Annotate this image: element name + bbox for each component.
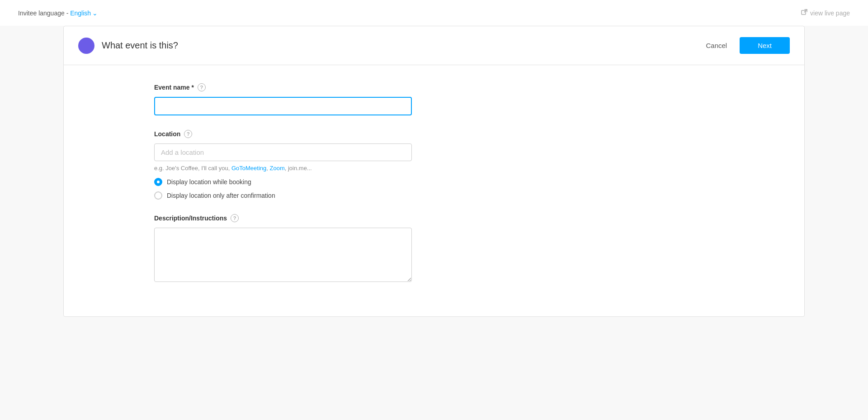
- description-label-text: Description/Instructions: [154, 215, 227, 222]
- location-radio-group: Display location while booking Display l…: [154, 178, 790, 200]
- location-label-text: Location: [154, 130, 180, 138]
- event-name-label-text: Event name *: [154, 84, 194, 91]
- card-header: What event is this? Cancel Next: [64, 26, 804, 65]
- chevron-down-icon: ⌄: [92, 10, 98, 17]
- description-label: Description/Instructions ?: [154, 214, 790, 222]
- location-hint-suffix: , join.me...: [285, 165, 312, 172]
- language-selector[interactable]: English ⌄: [70, 10, 98, 17]
- card-title: What event is this?: [102, 40, 178, 51]
- location-label: Location ?: [154, 130, 790, 138]
- external-link-icon: [801, 9, 807, 17]
- radio-item-after-confirmation[interactable]: Display location only after confirmation: [154, 191, 790, 200]
- radio-while-booking-label: Display location while booking: [167, 178, 251, 186]
- invitee-language-prefix: Invitee language -: [18, 10, 70, 17]
- location-hint-sep: ,: [266, 165, 269, 172]
- cancel-button[interactable]: Cancel: [698, 38, 734, 53]
- next-button[interactable]: Next: [740, 37, 790, 54]
- step-circle-icon: [78, 38, 94, 54]
- event-name-input[interactable]: [154, 97, 412, 115]
- card-body: Event name * ? Location ? e.g. Joe's Cof…: [64, 65, 804, 316]
- card-header-right: Cancel Next: [698, 37, 790, 54]
- location-group: Location ? e.g. Joe's Coffee, I'll call …: [154, 130, 790, 200]
- event-form-card: What event is this? Cancel Next Event na…: [63, 26, 805, 317]
- event-name-label: Event name * ?: [154, 83, 790, 91]
- view-live-page-label: view live page: [810, 10, 850, 17]
- event-name-help-icon[interactable]: ?: [198, 83, 206, 91]
- radio-after-confirmation-label: Display location only after confirmation: [167, 192, 275, 199]
- location-hint-prefix: e.g. Joe's Coffee, I'll call you,: [154, 165, 231, 172]
- zoom-link[interactable]: Zoom: [270, 165, 285, 172]
- location-hint: e.g. Joe's Coffee, I'll call you, GoToMe…: [154, 165, 790, 172]
- gotomeeting-link[interactable]: GoToMeeting: [231, 165, 266, 172]
- description-textarea[interactable]: [154, 228, 412, 282]
- card-header-left: What event is this?: [78, 38, 178, 54]
- event-name-group: Event name * ?: [154, 83, 790, 115]
- location-help-icon[interactable]: ?: [184, 130, 192, 138]
- description-help-icon[interactable]: ?: [231, 214, 239, 222]
- language-label: English: [70, 10, 91, 17]
- view-live-page-link[interactable]: view live page: [801, 9, 850, 17]
- radio-while-booking[interactable]: [154, 178, 162, 186]
- radio-after-confirmation[interactable]: [154, 191, 162, 200]
- description-group: Description/Instructions ?: [154, 214, 790, 284]
- invitee-language: Invitee language - English ⌄: [18, 10, 98, 17]
- location-input[interactable]: [154, 143, 412, 161]
- radio-item-while-booking[interactable]: Display location while booking: [154, 178, 790, 186]
- top-bar: Invitee language - English ⌄ view live p…: [0, 0, 868, 26]
